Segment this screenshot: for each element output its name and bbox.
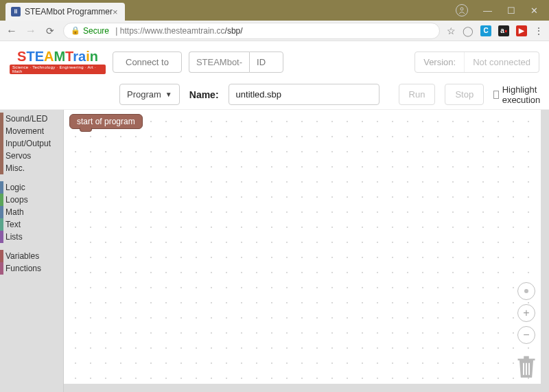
category-input-output[interactable]: Input/Output	[0, 137, 63, 150]
user-icon[interactable]	[456, 4, 468, 16]
blockly-canvas[interactable]: start of program + −	[63, 110, 549, 392]
url-input[interactable]: 🔒 Secure | https://www.thesteamtrain.cc …	[63, 23, 440, 39]
logo-subtitle: Science · Technology · Engineering · Art…	[10, 65, 106, 74]
back-icon[interactable]: ←	[5, 25, 18, 37]
chevron-down-icon: ▼	[165, 91, 172, 98]
category-lists[interactable]: Lists	[0, 231, 63, 243]
block-category-bar: Sound/LEDMovementInput/OutputServosMisc.…	[0, 110, 63, 392]
device-id-input[interactable]	[249, 51, 283, 73]
category-variables[interactable]: Variables	[0, 250, 63, 262]
name-label: Name:	[189, 89, 219, 100]
reload-icon[interactable]: ⟳	[44, 25, 56, 36]
connect-button[interactable]: Connect to	[113, 51, 182, 73]
minimize-icon[interactable]: ―	[483, 5, 492, 16]
secure-label: Secure	[83, 26, 109, 36]
window-controls: ― ☐ ✕	[445, 0, 549, 21]
start-of-program-block[interactable]: start of program	[69, 114, 143, 129]
highlight-checkbox[interactable]	[493, 91, 498, 99]
highlight-label: Highlight execution	[502, 84, 544, 105]
browser-address-bar: ← → ⟳ 🔒 Secure | https://www.thesteamtra…	[0, 21, 549, 41]
window-titlebar: ⠿ STEAMbot Programmer × ― ☐ ✕	[0, 0, 549, 21]
run-button[interactable]: Run	[399, 84, 436, 105]
zoom-controls: + −	[517, 282, 535, 344]
category-math[interactable]: Math	[0, 206, 63, 218]
stop-button[interactable]: Stop	[445, 84, 484, 105]
lock-icon: 🔒	[71, 26, 80, 35]
close-window-icon[interactable]: ✕	[530, 5, 538, 16]
svg-rect-2	[526, 363, 527, 376]
chrome-menu-icon[interactable]: ⋮	[534, 25, 544, 36]
url-host: https://www.thesteamtrain.cc	[120, 26, 225, 36]
url-path: /sbp/	[225, 26, 243, 36]
category-movement[interactable]: Movement	[0, 125, 63, 137]
circle-icon[interactable]: ◯	[463, 25, 474, 36]
filename-input[interactable]	[229, 84, 379, 105]
extension-icon-2[interactable]: a∎	[498, 25, 509, 36]
tab-close-icon[interactable]: ×	[113, 7, 118, 17]
device-prefix: STEAMbot-	[189, 51, 249, 73]
bookmark-star-icon[interactable]: ☆	[447, 25, 456, 36]
mode-selected: Program	[127, 89, 161, 100]
extension-icon-3[interactable]: ▶	[516, 25, 527, 36]
zoom-out-icon[interactable]: −	[517, 326, 535, 344]
version-value: Not connected	[464, 52, 539, 72]
svg-rect-3	[528, 363, 530, 376]
horizontal-scrollbar[interactable]	[64, 384, 541, 392]
forward-icon[interactable]: →	[25, 25, 37, 37]
category-functions[interactable]: Functions	[0, 262, 63, 275]
toolbar-extensions: ☆ ◯ C a∎ ▶ ⋮	[447, 25, 544, 36]
category-misc-[interactable]: Misc.	[0, 162, 63, 174]
tab-favicon: ⠿	[11, 7, 21, 16]
svg-point-0	[460, 8, 463, 10]
zoom-in-icon[interactable]: +	[517, 304, 535, 322]
maximize-icon[interactable]: ☐	[507, 5, 515, 16]
extension-icon-1[interactable]: C	[480, 25, 491, 36]
vertical-scrollbar[interactable]	[541, 110, 549, 392]
version-label: Version:	[415, 52, 464, 72]
highlight-checkbox-wrap[interactable]: Highlight execution	[493, 84, 544, 105]
app-toolbar: STEAMTrain Science · Technology · Engine…	[0, 41, 549, 109]
category-logic[interactable]: Logic	[0, 181, 63, 194]
workspace: Sound/LEDMovementInput/OutputServosMisc.…	[0, 109, 549, 392]
mode-dropdown[interactable]: Program ▼	[119, 84, 180, 105]
browser-tab[interactable]: ⠿ STEAMbot Programmer ×	[5, 3, 125, 21]
category-loops[interactable]: Loops	[0, 194, 63, 206]
category-servos[interactable]: Servos	[0, 150, 63, 162]
tab-title: STEAMbot Programmer	[25, 7, 113, 16]
category-sound-led[interactable]: Sound/LED	[0, 113, 63, 125]
page-content: STEAMTrain Science · Technology · Engine…	[0, 41, 549, 392]
version-box: Version: Not connected	[414, 51, 539, 73]
category-text[interactable]: Text	[0, 218, 63, 231]
steamtrain-logo: STEAMTrain Science · Technology · Engine…	[10, 47, 106, 77]
trash-icon[interactable]	[516, 355, 537, 382]
url-divider: |	[113, 26, 120, 36]
zoom-center-icon[interactable]	[517, 282, 535, 300]
svg-rect-1	[523, 363, 524, 376]
